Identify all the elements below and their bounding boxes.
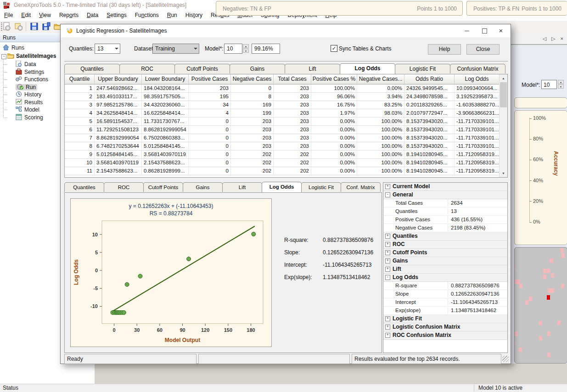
save-icon[interactable]: [28, 21, 40, 33]
table-row[interactable]: 112.15437588623...0.86281928999...020220…: [65, 167, 500, 175]
tab-log-odds[interactable]: Log Odds: [262, 182, 302, 192]
tab-cutoff-points[interactable]: Cutoff Points: [174, 64, 230, 73]
tab-conf-matrix[interactable]: Conf. Matrix: [341, 182, 381, 192]
column-header-log-odds[interactable]: Log Odds: [455, 74, 500, 84]
tree-detail-row[interactable]: Exp(slope)1.13487513418462: [383, 307, 507, 315]
menu-item-edit[interactable]: Edit: [17, 10, 35, 21]
expand-icon[interactable]: +: [385, 184, 390, 189]
column-header-total-cases[interactable]: Total Cases: [274, 74, 311, 84]
column-header-positive-cases[interactable]: Positive Cases: [189, 74, 231, 84]
expand-icon[interactable]: +: [385, 258, 390, 263]
tree-section-roc[interactable]: ROC+: [383, 241, 507, 249]
table-row[interactable]: 1247.546928662...184.043208164...2030203…: [65, 84, 500, 93]
tree-detail-row[interactable]: Total Cases2634: [383, 199, 507, 207]
tab-quantiles[interactable]: Quantiles: [64, 182, 104, 192]
collapse-icon[interactable]: -: [1, 54, 6, 59]
tree-section-logistic-fit[interactable]: Logistic Fit+: [383, 315, 507, 323]
sidebar-item-model[interactable]: Model: [16, 106, 39, 114]
sidebar-item-history[interactable]: History: [16, 91, 41, 99]
tree-section-gains[interactable]: Gains+: [383, 257, 507, 265]
expand-icon[interactable]: +: [385, 242, 390, 247]
tree-section-roc-confusion-matrix[interactable]: ROC Confusion Matrix+: [383, 331, 507, 340]
expand-icon[interactable]: +: [385, 333, 390, 338]
tree-detail-row[interactable]: R-square0.882737836509876: [383, 282, 507, 290]
scroll-up-icon[interactable]: ▲: [500, 74, 507, 82]
tree-detail-row[interactable]: Negative Cases2198 (83.45%): [383, 224, 507, 232]
table-row[interactable]: 434.2625848414...16.6225848414...4199203…: [65, 109, 500, 118]
resize-grip[interactable]: [502, 356, 509, 362]
sidebar-item-satelliteimages[interactable]: SatelliteImages: [7, 52, 56, 60]
sidebar-item-functions[interactable]: Functions: [16, 76, 48, 84]
tree-section-cutoff-points[interactable]: Cutoff Points+: [383, 249, 507, 257]
expand-icon[interactable]: +: [385, 325, 390, 330]
tab-quantiles[interactable]: Quantiles: [64, 64, 120, 73]
scroll-down-icon[interactable]: ▼: [500, 169, 507, 177]
expand-icon[interactable]: +: [385, 234, 390, 239]
menu-item-functions[interactable]: Functions: [131, 10, 163, 21]
close-dialog-button[interactable]: Close: [466, 44, 500, 55]
tree-section-log-odds[interactable]: Log Odds-: [383, 274, 507, 282]
column-header-negative-cases[interactable]: Negative Cases...: [357, 74, 404, 84]
tab-lift[interactable]: Lift: [285, 64, 340, 73]
tab-confusion-matrix[interactable]: Confusion Matrix: [450, 64, 505, 73]
table-row[interactable]: 611.7292515081238.862819299905402032030.…: [65, 126, 500, 134]
table-row[interactable]: 86.74821702536445.01258484145...02032030…: [65, 142, 500, 151]
menu-item-data[interactable]: Data: [83, 10, 102, 21]
tree-section-lift[interactable]: Lift+: [383, 265, 507, 274]
column-header-quantile[interactable]: Quantile: [65, 74, 95, 84]
tree-section-general[interactable]: General-: [383, 191, 507, 199]
dialog-maximize-button[interactable]: [477, 24, 492, 37]
tab-lift[interactable]: Lift: [222, 182, 262, 192]
table-row[interactable]: 95.01258484145...3.568140397011902022020…: [65, 151, 500, 159]
table-row[interactable]: 397.9852125786...34.4320236060...3416920…: [65, 101, 500, 109]
model-input[interactable]: 10: [224, 44, 242, 54]
menu-item-reports[interactable]: Reports: [55, 10, 83, 21]
column-header-negative-cases[interactable]: Negative Cases: [231, 74, 274, 84]
table-row[interactable]: 2183.491033117...98.3591757505...1958203…: [65, 93, 500, 101]
collapse-icon[interactable]: -: [385, 192, 390, 197]
tree-section-current-model[interactable]: Current Model+: [383, 183, 507, 191]
sidebar-item-scoring[interactable]: Scoring: [16, 114, 43, 122]
tab-logistic-fit[interactable]: Logistic Fit: [395, 64, 450, 73]
column-header-upper-boundary[interactable]: Upper Boundary: [95, 74, 142, 84]
column-header-lower-boundary[interactable]: Lower Boundary: [142, 74, 189, 84]
menu-item-history[interactable]: History: [181, 10, 207, 21]
sidebar-item-results[interactable]: Results: [16, 99, 43, 106]
dataset-combo[interactable]: Training: [152, 44, 199, 54]
collapse-icon[interactable]: -: [385, 275, 390, 280]
menu-item-file[interactable]: File: [0, 10, 17, 21]
bg-model-spinner[interactable]: ▲▼: [558, 80, 564, 89]
tab-gains[interactable]: Gains: [183, 182, 223, 192]
tab-logistic-fit[interactable]: Logistic Fit: [301, 182, 341, 192]
sync-checkbox[interactable]: ✓: [331, 45, 337, 52]
menu-item-view[interactable]: View: [35, 10, 55, 21]
tab-roc[interactable]: ROC: [104, 182, 144, 192]
sidebar-item-data[interactable]: Data: [16, 61, 36, 68]
expand-icon[interactable]: +: [385, 250, 390, 255]
tab-cutoff-points[interactable]: Cutoff Points: [143, 182, 183, 192]
expand-icon[interactable]: +: [385, 316, 390, 321]
column-header-positive-cases[interactable]: Positive Cases %: [311, 74, 357, 84]
menu-item-settings[interactable]: Settings: [102, 10, 130, 21]
bg-model-input[interactable]: 10: [541, 80, 557, 89]
scroll-thumb[interactable]: [500, 82, 507, 107]
tree-detail-row[interactable]: Intercept-11.1064345265713: [383, 298, 507, 307]
table-row[interactable]: 78.86281929990546.75020860383...02032030…: [65, 134, 500, 142]
help-button[interactable]: Help: [428, 44, 461, 55]
tab-roc[interactable]: ROC: [119, 64, 175, 73]
tree-detail-row[interactable]: Positive Cases436 (16.55%): [383, 216, 507, 224]
tree-section-logistic-confusion-matrix[interactable]: Logistic Confusion Matrix+: [383, 323, 507, 331]
mdi-nav-arrows[interactable]: ◁ ▷ ×: [543, 36, 565, 42]
table-row[interactable]: 103.56814039701192.15437588623...0202202…: [65, 159, 500, 167]
dialog-close-button[interactable]: ×: [493, 24, 509, 37]
tab-log-odds[interactable]: Log Odds: [340, 63, 395, 74]
menu-item-run[interactable]: Run: [163, 10, 181, 21]
new-run-wizard-icon[interactable]: [12, 21, 24, 33]
quantiles-combo[interactable]: 13: [95, 44, 120, 54]
expand-icon[interactable]: +: [385, 267, 390, 272]
dialog-minimize-button[interactable]: [459, 24, 475, 37]
column-header-odds-ratio[interactable]: Odds Ratio: [404, 74, 455, 84]
tree-detail-row[interactable]: Quantiles13: [383, 207, 507, 216]
save-all-icon[interactable]: [40, 21, 52, 33]
tab-gains[interactable]: Gains: [230, 64, 285, 73]
